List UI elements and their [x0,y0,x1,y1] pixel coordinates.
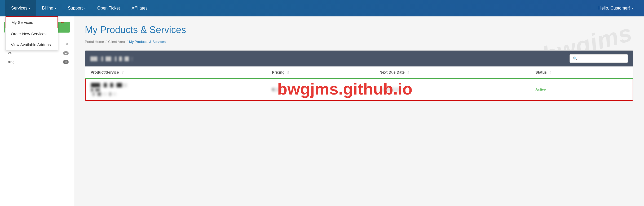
product-name: ███▌░█░ █░ ██░░ [91,83,261,87]
col-status[interactable]: Status ⇵ [530,66,633,78]
sort-icon-due-date: ⇵ [407,71,409,74]
col-pricing[interactable]: Pricing ⇵ [267,66,374,78]
dropdown-view-available-addons[interactable]: View Available Addons [6,39,58,50]
table-header-row: Product/Service ⇵ Pricing ⇵ Next Due Dat… [85,66,633,78]
main-content: bwgjms My Products & Services Portal Hom… [74,16,644,206]
services-dropdown-menu: My Services ← Order New Services View Av… [5,16,58,50]
services-label: Services [11,6,27,11]
nav-item-affiliates[interactable]: Affiliates [126,0,153,16]
cell-status: Active [530,78,633,100]
open-ticket-label: Open Ticket [97,6,120,11]
product-domain: ░▌░█▌░░ ░▌░░ [91,92,261,96]
pricing-value: $░░░ [272,87,282,92]
services-dropdown: My Services ← Order New Services View Av… [5,16,58,50]
nav-item-open-ticket[interactable]: Open Ticket [91,0,126,16]
sort-icon-status: ⇵ [549,71,552,74]
ve-badge: ■ [63,51,69,55]
dropdown-order-new-services[interactable]: Order New Services [6,28,58,39]
sort-icon-product: ⇵ [121,71,124,74]
support-label: Support [68,6,83,11]
col-next-due-date[interactable]: Next Due Date ⇵ [374,66,530,78]
user-caret: ▾ [632,7,633,10]
ding-badge: 0 [63,60,69,64]
sidebar-row-ding: ding 0 [0,57,74,66]
search-icon: 🔍 [573,56,577,61]
product-sub: █░██ [91,88,261,92]
arrow-indicator: ← [60,19,65,26]
services-table: Product/Service ⇵ Pricing ⇵ Next Due Dat… [85,66,633,101]
page-title: My Products & Services [85,24,633,35]
nav-items: Services ▾ My Services ← Order New Servi… [5,0,593,16]
breadcrumb-client-area[interactable]: Client Area [108,40,125,44]
chevron-up-icon: ▲ [65,42,69,45]
breadcrumb-portal-home[interactable]: Portal Home [85,40,104,44]
table-blurred-header: ██▌░▌ ██ ░▌ █░█▌░ [90,56,133,61]
affiliates-label: Affiliates [131,6,147,11]
cell-pricing: $░░░ bwgjms.github.io [267,78,374,100]
billing-label: Billing [42,6,53,11]
nav-item-billing[interactable]: Billing ▾ [36,0,62,16]
table-search-box[interactable]: 🔍 [570,54,628,63]
breadcrumb-sep-1: / [105,40,107,44]
cell-next-due-date: ░░/░░/░░░░ [374,78,530,100]
table-header-bar: ██▌░▌ ██ ░▌ █░█▌░ 🔍 [85,51,633,66]
due-date-value: ░░/░░/░░░░ [380,87,401,91]
table-row[interactable]: ███▌░█░ █░ ██░░ █░██ ░▌░█▌░░ ░▌░░ $░░░ b… [85,78,633,100]
table-wrapper: ██▌░▌ ██ ░▌ █░█▌░ 🔍 Product/Service ⇵ Pr… [85,50,633,101]
col-product-service[interactable]: Product/Service ⇵ [85,66,267,78]
breadcrumb-active: My Products & Services [129,40,166,44]
breadcrumb: Portal Home / Client Area / My Products … [85,40,633,44]
support-caret: ▾ [84,7,86,10]
sort-icon-pricing: ⇵ [287,71,289,74]
top-navigation: Services ▾ My Services ← Order New Servi… [0,0,644,16]
dropdown-my-services[interactable]: My Services ← [6,16,58,28]
cell-product: ███▌░█░ █░ ██░░ █░██ ░▌░█▌░░ ░▌░░ [85,78,267,100]
billing-caret: ▾ [55,7,56,10]
page-wrapper: + Add Funds W ▲ ve ■ ding 0 bwgjms My Pr… [0,16,644,206]
services-caret: ▾ [29,7,30,10]
user-greeting[interactable]: Hello, Customer! ▾ [593,0,639,16]
status-badge: Active [535,87,546,91]
nav-item-services[interactable]: Services ▾ My Services ← Order New Servi… [5,0,36,16]
nav-item-support[interactable]: Support ▾ [62,0,91,16]
breadcrumb-sep-2: / [126,40,127,44]
